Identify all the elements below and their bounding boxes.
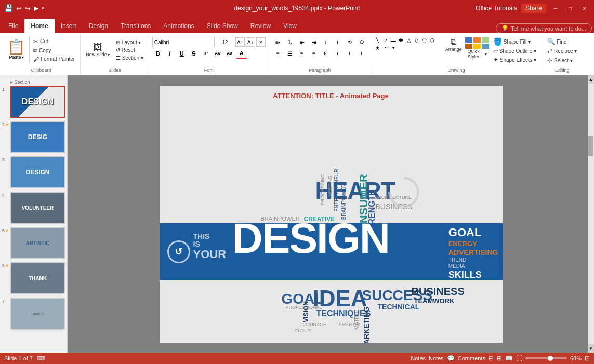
select-button[interactable]: ⊹ Select ▾ (545, 56, 575, 64)
columns-btn[interactable]: ⫿ (332, 37, 344, 47)
font-decrease-btn[interactable]: A↓ (246, 37, 255, 47)
presenter-view-btn[interactable]: ⛶ (516, 355, 522, 362)
close-btn[interactable]: ✕ (579, 3, 590, 14)
notes-btn[interactable]: Notes (411, 355, 426, 361)
format-painter-button[interactable]: 🖌 Format Painter (31, 56, 77, 63)
font-size-input[interactable] (216, 37, 234, 47)
scroll-thumb-v[interactable] (588, 136, 593, 156)
slide-canvas[interactable]: ATTENTION: TITLE - Animated Page HEART C… (160, 86, 503, 343)
font-name-input[interactable] (152, 37, 215, 47)
numbering-btn[interactable]: 1. (284, 37, 296, 47)
tab-review[interactable]: Review (244, 19, 277, 33)
slide-thumb-4[interactable]: 4 VOLUNTEER (2, 192, 65, 224)
convert-smartart-btn[interactable]: ⬡ (356, 37, 367, 47)
slide-thumb-3[interactable]: 3 DESIGN (2, 156, 65, 188)
slide-img-4[interactable]: VOLUNTEER (10, 192, 65, 224)
replace-button[interactable]: ⇄ Replace ▾ (545, 47, 579, 55)
scroll-up-btn[interactable]: ▲ (588, 75, 594, 84)
tab-animations[interactable]: Animations (157, 19, 200, 33)
align-bottom-btn[interactable]: ⊥ (356, 48, 367, 59)
font-increase-btn[interactable]: A↑ (235, 37, 245, 47)
align-left-btn[interactable]: ≡ (272, 48, 284, 59)
slide-thumb-5[interactable]: 5 ★ ARTISTIC (2, 227, 65, 259)
reading-view-btn[interactable]: 📖 (505, 355, 513, 362)
redo-icon[interactable]: ↪ (25, 5, 31, 12)
reset-button[interactable]: ↺ Reset (114, 47, 146, 53)
maximize-btn[interactable]: □ (565, 3, 575, 14)
text-box-btn[interactable]: ⊡ (320, 48, 332, 59)
tab-insert[interactable]: Insert (55, 19, 83, 33)
layout-button[interactable]: ⊞ Layout ▾ (114, 39, 146, 46)
minimize-btn[interactable]: ─ (550, 3, 561, 14)
undo-icon[interactable]: ↩ (16, 5, 22, 12)
shape-rect[interactable]: ▬ (390, 36, 397, 44)
slide-thumb-2[interactable]: 2 ★ DESIG (2, 121, 65, 153)
change-case-btn[interactable]: Aa (224, 48, 235, 59)
shape-pentagon[interactable]: ⬠ (421, 36, 428, 44)
align-right-btn[interactable]: ≡ (296, 48, 308, 59)
find-button[interactable]: 🔍 Find (545, 37, 569, 46)
align-top-btn[interactable]: ⊤ (332, 48, 344, 59)
align-middle-btn[interactable]: ⊥ (344, 48, 355, 59)
macro-icon[interactable]: ▶ (34, 5, 38, 12)
tab-transitions[interactable]: Transitions (114, 19, 157, 33)
quick-access-dropdown[interactable]: ▾ (42, 6, 44, 11)
comments-btn[interactable]: 💬 (447, 355, 455, 362)
slide-img-3[interactable]: DESIGN (10, 156, 65, 188)
cut-button[interactable]: ✂ Cut (31, 37, 77, 46)
arrange-button[interactable]: ⧉ Arrange (444, 36, 464, 53)
text-direction-btn[interactable]: ⟲ (344, 37, 355, 47)
align-center-btn[interactable]: ☰ (284, 48, 296, 59)
fit-slide-btn[interactable]: ⊡ (585, 355, 590, 362)
decrease-indent-btn[interactable]: ⇤ (296, 37, 308, 47)
line-spacing-btn[interactable]: ↕ (320, 37, 332, 47)
shape-effects-button[interactable]: ✦ Shape Effects ▾ (491, 56, 538, 64)
slide-sorter-btn[interactable]: ⊞ (497, 355, 502, 362)
office-tutorials-btn[interactable]: Office Tutorials (476, 5, 517, 12)
new-slide-button[interactable]: 🖼 New Slide ▾ (84, 42, 112, 58)
increase-indent-btn[interactable]: ⇥ (308, 37, 320, 47)
shape-more[interactable]: ⋯ (382, 44, 389, 51)
text-shadow-btn[interactable]: S² (200, 48, 212, 59)
bold-btn[interactable]: B (152, 48, 164, 59)
shape-line[interactable]: ╲ (374, 36, 381, 44)
font-color-btn[interactable]: A (236, 48, 247, 59)
slide-thumb-6[interactable]: 6 ★ THANK (2, 262, 65, 294)
char-spacing-btn[interactable]: AV (212, 48, 223, 59)
underline-btn[interactable]: U (176, 48, 188, 59)
slide-img-1[interactable]: DESIGN (10, 86, 65, 118)
zoom-slider[interactable] (525, 357, 567, 359)
shape-outline-button[interactable]: ▱ Shape Outline ▾ (491, 47, 538, 55)
normal-view-btn[interactable]: ⊟ (489, 355, 494, 362)
slide-img-7[interactable]: Slide 7 (10, 298, 65, 330)
shape-star[interactable]: ★ (374, 44, 381, 51)
tab-slideshow[interactable]: Slide Show (201, 19, 244, 33)
tab-view[interactable]: View (277, 19, 303, 33)
shapes-dropdown[interactable]: ▾ (390, 44, 397, 51)
italic-btn[interactable]: I (164, 48, 176, 59)
shape-oval[interactable]: ⬬ (398, 36, 405, 44)
slide-img-6[interactable]: THANK (10, 262, 65, 294)
shape-diamond[interactable]: ◇ (413, 36, 420, 44)
save-icon[interactable]: 💾 (4, 4, 13, 12)
section-button[interactable]: ☰ Section ▾ (114, 55, 146, 61)
scroll-down-btn[interactable]: ▼ (588, 344, 594, 353)
slide-thumb-1[interactable]: 1 DESIGN (2, 86, 65, 118)
paste-button[interactable]: 📋 Paste ▾ (5, 38, 28, 62)
shape-triangle[interactable]: △ (405, 36, 413, 44)
quick-styles-button[interactable]: Quick Styles ▾ (466, 36, 489, 60)
slide-img-5[interactable]: ARTISTIC (10, 227, 65, 259)
clear-format-btn[interactable]: ✕ (256, 37, 266, 47)
tab-design[interactable]: Design (83, 19, 114, 33)
justify-btn[interactable]: ≡ (308, 48, 320, 59)
shape-hex[interactable]: ⬡ (429, 36, 436, 44)
tab-file[interactable]: File (2, 19, 24, 33)
share-btn[interactable]: Share (521, 4, 546, 13)
slide-thumb-7[interactable]: 7 Slide 7 (2, 298, 65, 330)
shape-arrow[interactable]: ↗ (382, 36, 389, 44)
shape-fill-button[interactable]: 🪣 Shape Fill ▾ (491, 37, 538, 46)
strikethrough-btn[interactable]: S (188, 48, 200, 59)
slide-img-2[interactable]: DESIG (10, 121, 65, 153)
tab-home[interactable]: Home (24, 19, 54, 33)
tell-me-input[interactable]: 💡 Tell me what you want to do... (496, 23, 592, 33)
